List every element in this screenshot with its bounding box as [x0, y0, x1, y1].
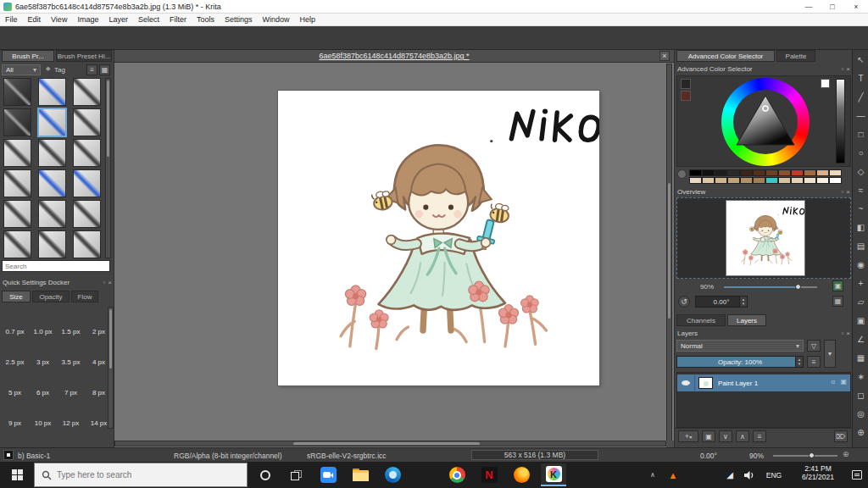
brush-size-option[interactable]: 5 px: [1, 368, 29, 398]
fill-tool-icon[interactable]: ◧: [854, 221, 867, 234]
brush-preset-thumbnail[interactable]: [73, 108, 101, 136]
preset-scrollbar[interactable]: [105, 78, 111, 258]
brush-size-option[interactable]: 1.0 px: [29, 307, 57, 337]
rectangle-tool-icon[interactable]: □: [854, 128, 867, 141]
polygon-tool-icon[interactable]: ◇: [854, 165, 867, 178]
size-grid-scrollbar[interactable]: [108, 307, 114, 429]
minimize-button[interactable]: —: [797, 0, 821, 14]
brush-preset-thumbnail[interactable]: [73, 200, 101, 228]
fit-canvas-icon[interactable]: ▣: [832, 280, 843, 291]
layer-row-selected[interactable]: Paint Layer 1 α ▣: [677, 374, 850, 391]
crop-tool-icon[interactable]: ▣: [854, 314, 867, 327]
brush-preset-thumbnail[interactable]: [73, 169, 101, 197]
zoom-level-label[interactable]: 90%: [749, 452, 764, 460]
transform-tool-icon[interactable]: ▱: [854, 296, 867, 308]
color-swatch[interactable]: [753, 177, 765, 184]
network-tray-button[interactable]: ◢: [722, 463, 737, 486]
preset-search-input[interactable]: [2, 260, 110, 272]
brush-preset-thumbnail[interactable]: [38, 169, 66, 197]
color-triangle[interactable]: [734, 93, 797, 149]
preset-grid-view-icon[interactable]: ▦: [99, 64, 110, 75]
menu-window[interactable]: Window: [257, 15, 294, 24]
brush-tool-icon[interactable]: ╱: [854, 91, 867, 103]
color-swatch[interactable]: [702, 177, 715, 184]
duplicate-layer-icon[interactable]: ▣: [702, 430, 715, 442]
zoom-tool-icon[interactable]: ⊕: [854, 426, 867, 439]
firefox-button[interactable]: [509, 463, 534, 486]
canvas[interactable]: NiKO: [278, 91, 599, 385]
close-docker-icon[interactable]: ×: [846, 65, 850, 73]
tray-expand-button[interactable]: ∧: [644, 463, 661, 486]
tab-flow[interactable]: Flow: [71, 291, 98, 302]
select-tool-icon[interactable]: ↖: [854, 53, 867, 66]
canvas-vscrollbar[interactable]: [666, 64, 672, 441]
color-swatch[interactable]: [740, 177, 753, 184]
layer-lock-icon[interactable]: ▣: [840, 379, 847, 385]
menu-help[interactable]: Help: [295, 15, 321, 24]
color-swatch[interactable]: [816, 177, 829, 184]
text-tool-icon[interactable]: T: [854, 72, 867, 85]
color-swatch[interactable]: [702, 169, 715, 176]
brush-size-option[interactable]: 0.7 px: [1, 307, 29, 337]
float-docker-icon[interactable]: ▫: [841, 188, 843, 196]
brush-size-option[interactable]: 9 px: [1, 398, 29, 429]
vlc-tray-button[interactable]: ▲: [665, 463, 682, 486]
menu-layer[interactable]: Layer: [103, 15, 133, 24]
color-swatch[interactable]: [804, 177, 816, 184]
move-tool-icon[interactable]: +: [854, 277, 867, 290]
language-indicator[interactable]: ENG: [761, 463, 787, 486]
move-layer-down-icon[interactable]: ∨: [719, 430, 732, 442]
color-swatch[interactable]: [816, 169, 829, 176]
action-center-button[interactable]: [848, 463, 866, 486]
brush-preview-thumbnail[interactable]: [3, 450, 14, 460]
line-tool-icon[interactable]: —: [854, 109, 867, 122]
brush-size-option[interactable]: 7 px: [57, 368, 85, 398]
rotate-reset-icon[interactable]: ↺: [678, 296, 690, 308]
brush-preset-thumbnail[interactable]: [3, 78, 31, 106]
ellipse-select-tool-icon[interactable]: ◎: [854, 408, 867, 420]
layer-properties-icon[interactable]: ≡: [807, 356, 821, 368]
krita-taskbar-button[interactable]: K: [541, 463, 566, 486]
gradient-tool-icon[interactable]: ▤: [854, 240, 867, 252]
move-layer-up-icon[interactable]: ∧: [736, 430, 749, 442]
delete-layer-icon[interactable]: ⌦: [834, 430, 848, 442]
taskbar-search[interactable]: [34, 463, 248, 487]
close-docker-icon[interactable]: ×: [108, 279, 112, 286]
float-docker-icon[interactable]: ▫: [841, 330, 843, 337]
brush-preset-thumbnail[interactable]: [73, 78, 101, 106]
clock[interactable]: 2:41 PM 6/21/2021: [792, 464, 844, 486]
color-swatch[interactable]: [791, 169, 804, 176]
layer-visibility-icon[interactable]: [682, 380, 690, 385]
color-swatch[interactable]: [715, 177, 727, 184]
close-button[interactable]: ×: [844, 0, 868, 14]
color-swatch[interactable]: [778, 177, 791, 184]
color-swatch[interactable]: [778, 169, 791, 176]
document-tab[interactable]: 6ae58f387bc6148c414d87574e8b3a2b.jpg *: [319, 52, 469, 60]
color-swatch[interactable]: [727, 177, 740, 184]
color-swatch[interactable]: [740, 169, 753, 176]
preset-filter-dropdown[interactable]: All ▾: [2, 64, 41, 75]
brush-size-option[interactable]: 3.5 px: [57, 337, 85, 368]
mirror-view-icon[interactable]: ▦: [832, 296, 843, 307]
brush-preset-thumbnail[interactable]: [38, 230, 66, 258]
rect-select-tool-icon[interactable]: ◻: [854, 389, 867, 402]
color-swatch[interactable]: [829, 177, 842, 184]
brush-preset-thumbnail-selected[interactable]: [38, 108, 66, 136]
chrome-button[interactable]: [444, 463, 470, 486]
document-close-icon[interactable]: ×: [659, 51, 670, 61]
layer-properties-button[interactable]: ≡: [753, 430, 766, 442]
reference-images-tool-icon[interactable]: ▦: [854, 352, 867, 364]
brush-size-option[interactable]: 12 px: [57, 398, 85, 429]
add-layer-button[interactable]: + ▾: [678, 430, 698, 442]
canvas-hscrollbar[interactable]: [114, 441, 666, 446]
color-swatch[interactable]: [727, 169, 740, 176]
measure-tool-icon[interactable]: ∠: [854, 333, 867, 346]
color-swatch[interactable]: [753, 169, 765, 176]
overview-zoom-slider[interactable]: [724, 286, 817, 288]
brush-preset-thumbnail[interactable]: [3, 230, 31, 258]
close-docker-icon[interactable]: ×: [846, 188, 850, 196]
overview-viewport[interactable]: [676, 197, 851, 279]
tab-brush-preset-history[interactable]: Brush Preset Hi...: [56, 50, 112, 62]
tab-palette[interactable]: Palette: [776, 50, 815, 62]
ellipse-tool-icon[interactable]: ○: [854, 147, 867, 159]
